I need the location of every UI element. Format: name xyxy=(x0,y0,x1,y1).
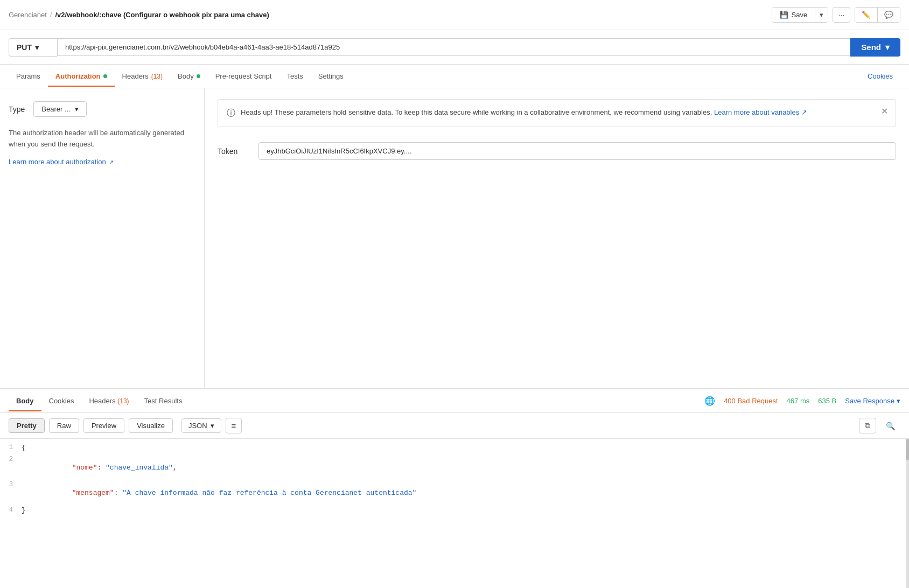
alert-close-button[interactable]: ✕ xyxy=(881,106,888,116)
authorization-dot xyxy=(103,74,107,78)
format-type-label: JSON xyxy=(188,422,207,430)
type-label: Type xyxy=(9,105,25,114)
save-response-button[interactable]: Save Response ▾ xyxy=(845,397,900,405)
response-size: 635 B xyxy=(818,397,836,405)
token-label: Token xyxy=(218,147,250,156)
response-format-bar: Pretty Raw Preview Visualize JSON ▾ ≡ ⧉ … xyxy=(0,413,909,439)
edit-icon-button[interactable]: ✏️ xyxy=(855,8,878,22)
line-content-4: } xyxy=(22,506,909,514)
format-raw-button[interactable]: Raw xyxy=(49,418,79,433)
tab-authorization-label: Authorization xyxy=(55,72,101,80)
body-dot xyxy=(197,74,200,78)
save-label: Save xyxy=(792,11,808,19)
response-tab-cookies[interactable]: Cookies xyxy=(41,390,82,411)
line-number-4: 4 xyxy=(0,506,22,514)
json-key-2: "nome" xyxy=(55,464,97,472)
tab-tests-label: Tests xyxy=(286,72,303,80)
tab-prerequest[interactable]: Pre-request Script xyxy=(208,66,279,87)
tab-headers[interactable]: Headers (13) xyxy=(115,66,170,87)
url-bar: PUT ▾ Send ▾ xyxy=(0,30,909,65)
tab-authorization[interactable]: Authorization xyxy=(48,66,115,87)
left-panel: Type Bearer ... ▾ The authorization head… xyxy=(0,88,205,388)
save-response-chevron: ▾ xyxy=(897,397,900,405)
tab-params[interactable]: Params xyxy=(9,66,48,87)
save-dropdown-button[interactable]: ▾ xyxy=(815,8,828,22)
breadcrumb-sep: / xyxy=(50,11,52,19)
tab-tests[interactable]: Tests xyxy=(279,66,310,87)
response-tab-body[interactable]: Body xyxy=(9,390,41,411)
response-body-label: Body xyxy=(16,397,34,405)
tab-cookies[interactable]: Cookies xyxy=(860,66,900,87)
format-visualize-button[interactable]: Visualize xyxy=(129,418,173,433)
line-content-1: { xyxy=(22,444,909,452)
type-value: Bearer ... xyxy=(41,105,70,113)
breadcrumb-root: Gerencianet xyxy=(9,11,47,19)
search-button[interactable]: 🔍 xyxy=(880,418,900,433)
format-preview-button[interactable]: Preview xyxy=(83,418,124,433)
method-select[interactable]: PUT ▾ xyxy=(9,38,57,57)
response-tabs-bar: Body Cookies Headers (13) Test Results 🌐… xyxy=(0,389,909,413)
scroll-thumb xyxy=(906,439,909,460)
tab-prerequest-label: Pre-request Script xyxy=(215,72,272,80)
tab-settings[interactable]: Settings xyxy=(311,66,351,87)
format-type-select[interactable]: JSON ▾ xyxy=(181,418,221,433)
response-section: Body Cookies Headers (13) Test Results 🌐… xyxy=(0,389,909,588)
globe-icon: 🌐 xyxy=(704,396,715,406)
header-actions: 💾 Save ▾ ··· ✏️ 💬 xyxy=(772,7,900,23)
copy-icon: ⧉ xyxy=(865,421,870,430)
tab-body[interactable]: Body xyxy=(170,66,208,87)
external-link-icon: ↗ xyxy=(109,159,114,165)
alert-banner: ⓘ Heads up! These parameters hold sensit… xyxy=(218,99,896,127)
save-button-group: 💾 Save ▾ xyxy=(772,7,829,23)
method-chevron-icon: ▾ xyxy=(35,43,39,52)
token-row: Token xyxy=(218,142,896,160)
alert-link-text: Learn more about variables ↗ xyxy=(714,108,807,116)
response-tab-headers[interactable]: Headers (13) xyxy=(81,390,136,411)
line-number-2: 2 xyxy=(0,456,22,463)
alert-learn-link[interactable]: Learn more about variables ↗ xyxy=(714,108,807,116)
format-pretty-button[interactable]: Pretty xyxy=(9,418,45,433)
breadcrumb: Gerencianet / /v2/webhook/:chave (Config… xyxy=(9,11,765,19)
icon-button-group: ✏️ 💬 xyxy=(855,7,900,23)
line-number-1: 1 xyxy=(0,444,22,451)
response-test-results-label: Test Results xyxy=(144,397,183,405)
breadcrumb-current: /v2/webhook/:chave (Configurar o webhook… xyxy=(55,11,269,19)
line-content-3: "mensagem": "A chave informada não faz r… xyxy=(22,481,909,505)
comment-icon: 💬 xyxy=(884,11,893,19)
response-cookies-label: Cookies xyxy=(49,397,74,405)
tab-body-label: Body xyxy=(178,72,194,80)
save-disk-icon: 💾 xyxy=(780,11,788,19)
url-input[interactable] xyxy=(57,38,850,56)
info-icon: ⓘ xyxy=(227,108,235,119)
code-line-2: 2 "nome": "chave_invalida", xyxy=(0,455,909,480)
code-line-4: 4 } xyxy=(0,506,909,517)
code-line-3: 3 "mensagem": "A chave informada não faz… xyxy=(0,480,909,506)
comment-icon-button[interactable]: 💬 xyxy=(878,8,900,22)
search-icon: 🔍 xyxy=(886,422,895,430)
token-input[interactable] xyxy=(258,142,896,160)
code-line-1: 1 { xyxy=(0,443,909,455)
code-area: 1 { 2 "nome": "chave_invalida", 3 "mensa… xyxy=(0,439,909,588)
tab-headers-label: Headers xyxy=(122,72,149,80)
learn-more-link[interactable]: Learn more about authorization ↗ xyxy=(9,158,114,166)
learn-link-text: Learn more about authorization xyxy=(9,158,106,166)
main-content: Type Bearer ... ▾ The authorization head… xyxy=(0,88,909,389)
save-button[interactable]: 💾 Save xyxy=(772,8,815,22)
code-actions: ⧉ 🔍 xyxy=(859,418,900,433)
pencil-icon: ✏️ xyxy=(862,11,871,19)
response-headers-count: (13) xyxy=(117,397,129,405)
json-key-3: "mensagem" xyxy=(55,489,114,497)
scroll-indicator xyxy=(906,439,909,588)
response-tab-test-results[interactable]: Test Results xyxy=(137,390,190,411)
more-options-button[interactable]: ··· xyxy=(833,7,850,23)
type-chevron-icon: ▾ xyxy=(75,105,79,113)
copy-button[interactable]: ⧉ xyxy=(859,418,876,433)
type-select[interactable]: Bearer ... ▾ xyxy=(33,101,86,117)
send-chevron-icon: ▾ xyxy=(885,43,890,52)
tab-settings-label: Settings xyxy=(318,72,344,80)
send-button[interactable]: Send ▾ xyxy=(850,38,900,57)
right-panel: ⓘ Heads up! These parameters hold sensit… xyxy=(205,88,909,388)
wrap-button[interactable]: ≡ xyxy=(226,418,242,433)
tab-cookies-label: Cookies xyxy=(868,72,893,80)
chevron-down-icon: ▾ xyxy=(820,11,823,19)
